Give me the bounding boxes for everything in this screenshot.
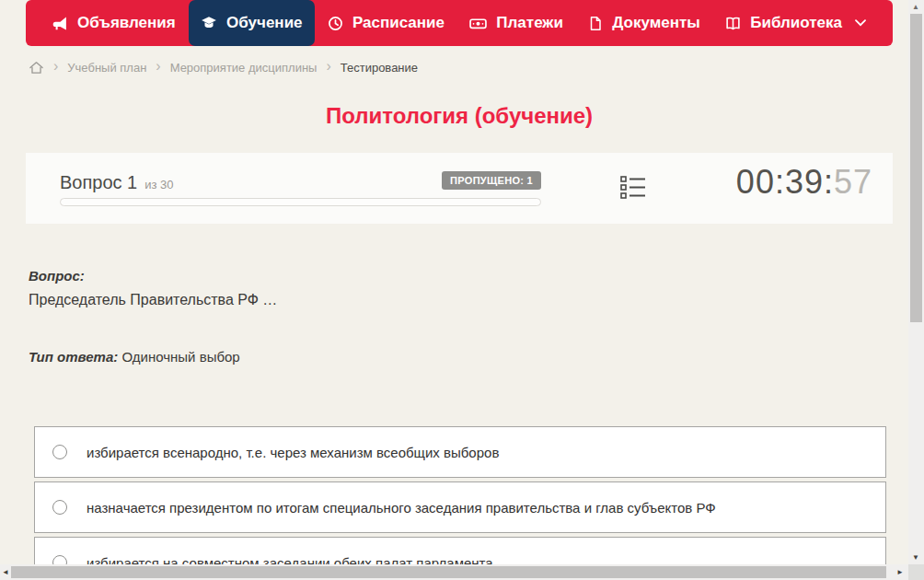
vertical-scrollbar[interactable]: ▲ ▼ xyxy=(908,0,924,564)
document-icon xyxy=(588,16,603,31)
timer-seconds: 57 xyxy=(834,163,872,201)
graduation-cap-icon xyxy=(201,15,217,31)
question-progress-card: Вопрос 1 из 30 ПРОПУЩЕНО: 1 00:39:57 xyxy=(26,153,893,224)
nav-item-label: Объявления xyxy=(77,14,176,32)
breadcrumb-item-curriculum[interactable]: Учебный план xyxy=(67,61,146,75)
nav-item-learning[interactable]: Обучение xyxy=(189,0,314,46)
question-label: Вопрос: xyxy=(29,268,857,284)
vertical-scrollbar-thumb[interactable] xyxy=(910,14,922,322)
banknote-icon xyxy=(469,16,487,31)
question-block: Вопрос: Председатель Правительства РФ … … xyxy=(29,268,857,365)
nav-item-label: Обучение xyxy=(226,14,302,32)
scroll-down-icon[interactable]: ▼ xyxy=(912,554,919,562)
radio-button[interactable] xyxy=(52,445,67,459)
timer-minutes: 00:39: xyxy=(736,163,834,201)
breadcrumb: › Учебный план › Мероприятие дисциплины … xyxy=(29,56,418,78)
clock-icon xyxy=(328,16,343,31)
horizontal-scrollbar[interactable]: ◄ ► xyxy=(0,564,908,580)
nav-item-label: Библиотека xyxy=(750,14,842,32)
scroll-left-icon[interactable]: ◄ xyxy=(2,569,9,576)
nav-item-announcements[interactable]: Объявления xyxy=(40,0,188,46)
book-icon xyxy=(725,16,741,31)
scroll-right-icon[interactable]: ► xyxy=(896,569,904,576)
nav-item-library[interactable]: Библиотека xyxy=(713,0,878,46)
answer-option-text: избирается всенародно, т.е. через механи… xyxy=(87,445,499,460)
question-list-icon[interactable] xyxy=(620,176,646,203)
timer: 00:39:57 xyxy=(736,163,872,202)
breadcrumb-item-testing: Тестирование xyxy=(341,61,418,75)
breadcrumb-separator-icon: › xyxy=(156,59,160,75)
breadcrumb-separator-icon: › xyxy=(53,59,58,75)
chevron-down-icon xyxy=(855,19,866,27)
answer-type-value: Одиночный выбор xyxy=(121,349,239,365)
nav-item-label: Платежи xyxy=(496,14,563,32)
question-number: Вопрос 1 xyxy=(60,172,137,193)
nav-item-documents[interactable]: Документы xyxy=(576,0,712,46)
top-navigation: Объявления Обучение Расписание Платежи Д… xyxy=(26,0,893,46)
breadcrumb-separator-icon: › xyxy=(326,59,330,75)
skipped-badge: ПРОПУЩЕНО: 1 xyxy=(442,171,541,190)
test-page: Объявления Обучение Расписание Платежи Д… xyxy=(0,0,924,580)
answer-option-1[interactable]: избирается всенародно, т.е. через механи… xyxy=(34,426,886,478)
horizontal-scrollbar-thumb[interactable] xyxy=(11,566,886,578)
home-icon[interactable] xyxy=(29,60,44,75)
megaphone-icon xyxy=(52,16,68,31)
nav-item-schedule[interactable]: Расписание xyxy=(316,0,456,46)
nav-item-label: Документы xyxy=(612,14,700,32)
answer-option-text: назначается президентом по итогам специа… xyxy=(87,500,716,516)
radio-button[interactable] xyxy=(52,500,67,515)
scrollbar-corner xyxy=(908,564,924,580)
answer-option-2[interactable]: назначается президентом по итогам специа… xyxy=(34,481,886,533)
breadcrumb-item-discipline-event[interactable]: Мероприятие дисциплины xyxy=(170,61,318,75)
answer-type: Тип ответа: Одиночный выбор xyxy=(29,349,857,365)
progress-bar xyxy=(60,198,541,206)
scroll-up-icon[interactable]: ▲ xyxy=(912,4,919,11)
nav-item-payments[interactable]: Платежи xyxy=(457,0,575,46)
page-title: Политология (обучение) xyxy=(26,103,893,129)
answer-list: избирается всенародно, т.е. через механи… xyxy=(34,426,886,580)
question-total: из 30 xyxy=(144,178,173,191)
question-text: Председатель Правительства РФ … xyxy=(29,292,857,308)
answer-type-label: Тип ответа: xyxy=(29,349,118,365)
nav-item-label: Расписание xyxy=(352,14,445,32)
question-counter: Вопрос 1 из 30 xyxy=(60,172,174,193)
